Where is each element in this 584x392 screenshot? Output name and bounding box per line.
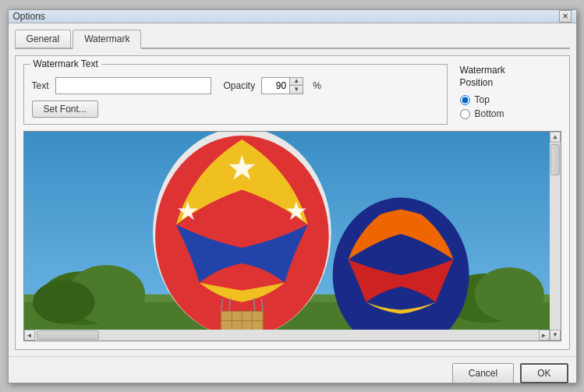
- watermark-text-input[interactable]: [55, 77, 211, 94]
- position-bottom-row: Bottom: [460, 108, 561, 119]
- spinner-up-button[interactable]: ▲: [290, 78, 303, 86]
- watermark-position-group: Watermark Position Top Bottom: [460, 64, 561, 125]
- scroll-track-h: [35, 330, 539, 341]
- scroll-left-arrow[interactable]: ◄: [24, 330, 35, 341]
- scroll-thumb-h[interactable]: [37, 330, 99, 340]
- position-top-label[interactable]: Top: [475, 94, 490, 105]
- dialog-body: General Watermark Watermark Text Text Op…: [9, 23, 576, 356]
- balloon-preview: [24, 132, 561, 341]
- vertical-scrollbar[interactable]: ▲ ▼: [550, 132, 561, 341]
- spinner-buttons: ▲ ▼: [289, 77, 303, 94]
- text-row: Text Opacity ▲ ▼ %: [32, 77, 439, 94]
- percent-label: %: [313, 80, 321, 91]
- position-bottom-label[interactable]: Bottom: [475, 108, 504, 119]
- scroll-thumb-v[interactable]: [550, 144, 560, 175]
- set-font-button[interactable]: Set Font...: [32, 101, 98, 118]
- tab-bar: General Watermark: [15, 30, 570, 49]
- ok-button[interactable]: OK: [520, 363, 568, 383]
- font-btn-row: Set Font...: [32, 101, 439, 118]
- scroll-track-v: [550, 143, 561, 330]
- cancel-button[interactable]: Cancel: [452, 363, 514, 383]
- group-legend: Watermark Text: [30, 58, 101, 69]
- close-button[interactable]: ✕: [559, 10, 572, 23]
- opacity-input[interactable]: [261, 77, 289, 94]
- spinner-down-button[interactable]: ▼: [290, 86, 303, 94]
- scroll-up-arrow[interactable]: ▲: [550, 132, 561, 143]
- scroll-down-arrow[interactable]: ▼: [550, 330, 561, 341]
- options-dialog: Options ✕ General Watermark Watermark Te…: [8, 9, 577, 383]
- text-label: Text: [32, 80, 49, 91]
- opacity-spinner: ▲ ▼: [261, 77, 303, 94]
- watermark-text-group: Watermark Text Text Opacity ▲ ▼ %: [23, 64, 448, 125]
- position-title: Watermark Position: [460, 64, 561, 90]
- position-bottom-radio[interactable]: [460, 109, 470, 119]
- tab-content: Watermark Text Text Opacity ▲ ▼ %: [15, 55, 570, 350]
- dialog-footer: Cancel OK: [9, 356, 576, 390]
- position-top-row: Top: [460, 94, 561, 105]
- opacity-label: Opacity: [224, 80, 256, 91]
- preview-container: ▲ ▼ ◄ ►: [23, 131, 561, 341]
- dialog-title: Options: [13, 11, 45, 22]
- position-top-radio[interactable]: [460, 95, 470, 105]
- top-controls: Watermark Text Text Opacity ▲ ▼ %: [23, 64, 561, 125]
- title-bar: Options ✕: [9, 10, 576, 23]
- scroll-right-arrow[interactable]: ►: [539, 330, 550, 341]
- tab-watermark[interactable]: Watermark: [73, 30, 141, 49]
- svg-point-8: [474, 267, 543, 321]
- tab-general[interactable]: General: [15, 30, 72, 48]
- horizontal-scrollbar[interactable]: ◄ ►: [24, 330, 550, 341]
- svg-point-6: [33, 280, 95, 323]
